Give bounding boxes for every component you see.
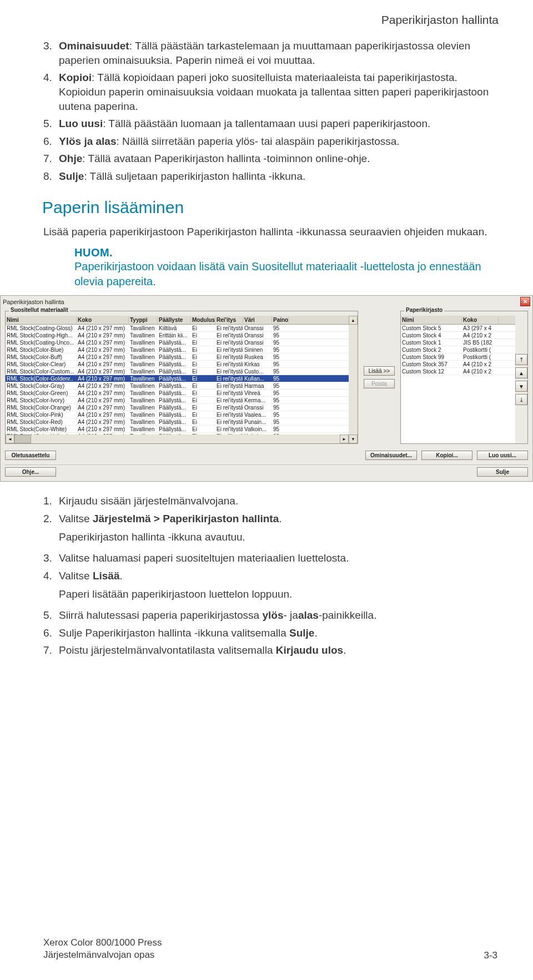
step-item: Sulje Paperikirjaston hallinta -ikkuna v… bbox=[43, 626, 497, 640]
step-item: Kirjaudu sisään järjestelmänvalvojana. bbox=[43, 494, 497, 508]
table-row[interactable]: RML Stock(Coating-Unco...A4 (210 x 297 m… bbox=[6, 339, 349, 346]
feature-item: Ominaisuudet: Tällä päästään tarkastelem… bbox=[43, 39, 497, 67]
feature-item: Kopioi: Tällä kopioidaan paperi joko suo… bbox=[43, 70, 497, 113]
v-scrollbar[interactable]: ▲▼ bbox=[349, 316, 358, 443]
new-button[interactable]: Luo uusi... bbox=[477, 451, 528, 460]
table-row[interactable]: Custom Stock 5A3 (297 x 4 bbox=[401, 325, 515, 332]
feature-list: Ominaisuudet: Tällä päästään tarkastelem… bbox=[43, 39, 497, 184]
library-panel: Paperikirjasto NimiKoko Custom Stock 5A3… bbox=[400, 311, 528, 444]
remove-button[interactable]: Poista bbox=[364, 379, 395, 388]
top-button[interactable]: ⤒ bbox=[515, 354, 527, 365]
default-layout-button[interactable]: Oletusasettelu bbox=[5, 451, 56, 460]
library-window: Paperikirjaston hallinta ✕ Suositellut m… bbox=[0, 295, 533, 482]
note-title: HUOM. bbox=[74, 246, 497, 259]
footer-page-number: 3-3 bbox=[484, 950, 497, 961]
feature-item: Sulje: Tällä suljetaan paperikirjaston h… bbox=[43, 169, 497, 184]
down-button[interactable]: ▼ bbox=[515, 381, 527, 392]
note-block: HUOM. Paperikirjastoon voidaan lisätä va… bbox=[74, 246, 497, 289]
step-item: Valitse haluamasi paperi suositeltujen m… bbox=[43, 551, 497, 565]
table-row[interactable]: RML Stock(Color-Orange)A4 (210 x 297 mm)… bbox=[6, 404, 349, 411]
table-row[interactable]: RML Stock(Color-Goldenr..A4 (210 x 297 m… bbox=[6, 375, 349, 382]
table-row[interactable]: RML Stock(Color-Red)A4 (210 x 297 mm)Tav… bbox=[6, 418, 349, 426]
h-scrollbar[interactable]: ◄► bbox=[6, 435, 349, 443]
footer-product: Xerox Color 800/1000 Press bbox=[43, 937, 162, 949]
feature-item: Ylös ja alas: Näillä siirretään paperia … bbox=[43, 134, 497, 149]
right-grid-header: NimiKoko bbox=[401, 316, 515, 325]
left-grid-header: NimiKokoTyyppiPäällysteModulusRei'itysVä… bbox=[6, 316, 349, 325]
close-icon[interactable]: ✕ bbox=[520, 297, 530, 306]
note-text: Paperikirjastoon voidaan lisätä vain Suo… bbox=[74, 259, 497, 289]
table-row[interactable]: RML Stock(Color-Gray)A4 (210 x 297 mm)Ta… bbox=[6, 382, 349, 390]
page-footer: Xerox Color 800/1000 Press Järjestelmänv… bbox=[43, 937, 497, 961]
table-row[interactable]: RML Stock(Coating-Gloss)A4 (210 x 297 mm… bbox=[6, 325, 349, 332]
recommended-panel: Suositellut materiaalit NimiKokoTyyppiPä… bbox=[5, 311, 358, 444]
table-row[interactable]: Custom Stock 1JIS B5 (182 bbox=[401, 339, 515, 346]
recommended-label: Suositellut materiaalit bbox=[9, 307, 70, 313]
table-row[interactable]: RML Stock(Color-Green)A4 (210 x 297 mm)T… bbox=[6, 390, 349, 397]
step-list: Kirjaudu sisään järjestelmänvalvojana.Va… bbox=[43, 494, 497, 658]
help-button[interactable]: Ohje... bbox=[5, 467, 56, 477]
close-button[interactable]: Sulje bbox=[477, 467, 528, 477]
table-row[interactable]: RML Stock(Color-White)A4 (210 x 297 mm)T… bbox=[6, 426, 349, 433]
table-row[interactable]: Custom Stock 12A4 (210 x 2 bbox=[401, 368, 515, 375]
right-grid-rows[interactable]: Custom Stock 5A3 (297 x 4Custom Stock 4A… bbox=[401, 325, 515, 443]
step-item: Siirrä halutessasi paperia paperikirjast… bbox=[43, 608, 497, 623]
table-row[interactable]: RML Stock(Coating-High...A4 (210 x 297 m… bbox=[6, 332, 349, 339]
table-row[interactable]: Custom Stock 357A4 (210 x 2 bbox=[401, 361, 515, 368]
table-row[interactable]: RML Stock(Color-Pink)A4 (210 x 297 mm)Ta… bbox=[6, 411, 349, 418]
properties-button[interactable]: Ominaisuudet... bbox=[365, 451, 417, 460]
table-row[interactable]: RML Stock(Color-Blue)A4 (210 x 297 mm)Ta… bbox=[6, 346, 349, 353]
reorder-buttons: ⤒ ▲ ▼ ⤓ bbox=[515, 316, 527, 443]
intro-paragraph: Lisää paperia paperikirjastoon Paperikir… bbox=[43, 225, 497, 239]
table-row[interactable]: RML Stock(Color-Clear)A4 (210 x 297 mm)T… bbox=[6, 361, 349, 368]
table-row[interactable]: Custom Stock 4A4 (210 x 2 bbox=[401, 332, 515, 339]
left-grid-rows[interactable]: RML Stock(Coating-Gloss)A4 (210 x 297 mm… bbox=[6, 325, 349, 435]
table-row[interactable]: RML Stock(Color-Buff)A4 (210 x 297 mm)Ta… bbox=[6, 353, 349, 361]
table-row[interactable]: RML Stock(Color-Custom...A4 (210 x 297 m… bbox=[6, 368, 349, 375]
copy-button[interactable]: Kopioi... bbox=[421, 451, 472, 460]
feature-item: Ohje: Tällä avataan Paperikirjaston hall… bbox=[43, 151, 497, 166]
window-title: Paperikirjaston hallinta bbox=[3, 299, 64, 305]
up-button[interactable]: ▲ bbox=[515, 367, 527, 378]
library-label: Paperikirjasto bbox=[404, 307, 444, 313]
table-row[interactable]: RML Stock(Color-Ivory)A4 (210 x 297 mm)T… bbox=[6, 397, 349, 404]
add-button[interactable]: Lisää >> bbox=[364, 366, 395, 376]
step-item: Valitse Lisää.Paperi lisätään paperikirj… bbox=[43, 569, 497, 605]
footer-guide: Järjestelmänvalvojan opas bbox=[43, 949, 162, 961]
table-row[interactable]: Custom Stock 99Postikortti ( bbox=[401, 353, 515, 361]
page-header-right: Paperikirjaston hallinta bbox=[43, 13, 499, 27]
table-row[interactable]: Custom Stock 2Postikortti ( bbox=[401, 346, 515, 353]
step-item: Poistu järjestelmänvalvontatilasta valit… bbox=[43, 643, 497, 658]
bottom-button[interactable]: ⤓ bbox=[515, 394, 527, 405]
section-heading: Paperin lisääminen bbox=[42, 198, 497, 217]
feature-item: Luo uusi: Tällä päästään luomaan ja tall… bbox=[43, 117, 497, 131]
step-item: Valitse Järjestelmä > Paperikirjaston ha… bbox=[43, 512, 497, 548]
